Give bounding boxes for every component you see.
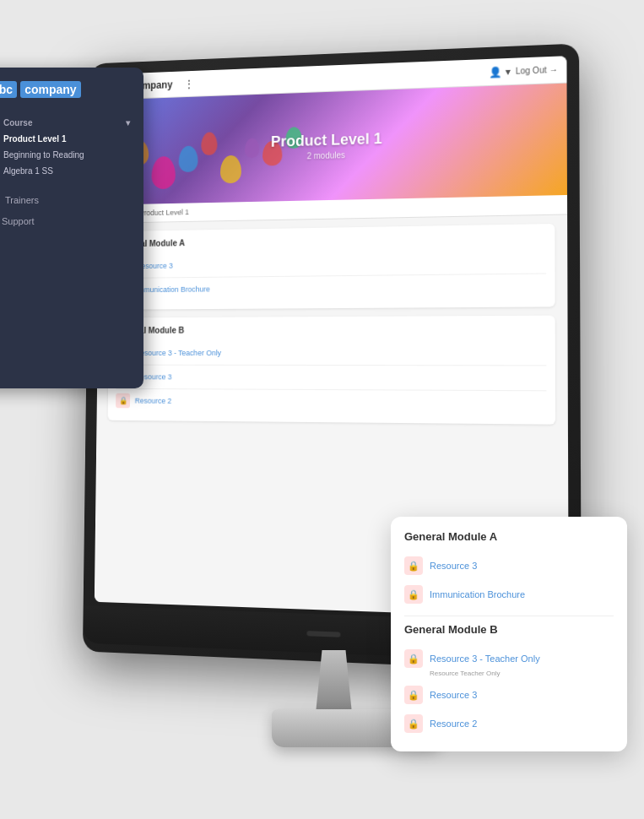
immunication-brochure-link[interactable]: Immunication Brochure	[136, 285, 210, 295]
sidebar-item-trainers[interactable]: 👤 Trainers	[0, 189, 130, 210]
popup-module-a-title: General Module A	[404, 530, 614, 543]
popup-resource-3-link[interactable]: Resource 3	[430, 561, 477, 571]
popup-card: General Module A 🔒 Resource 3 🔒 Immunica…	[391, 517, 627, 751]
popup-resource-teacher-link[interactable]: Resource 3 - Teacher Only	[430, 654, 540, 664]
sidebar-item-algebra[interactable]: Algebra 1 SS	[0, 163, 130, 179]
sidebar-course-header[interactable]: 🎓 Course ▾	[0, 115, 130, 131]
popup-resource-item: 🔒 Immunication Brochure	[404, 580, 614, 609]
scene: abccompany ⋮ 👤 ▾ Log Out →	[0, 0, 644, 819]
trainers-label: Trainers	[5, 195, 39, 205]
sidebar-logo-abc: abc	[0, 81, 17, 98]
popup-lock-icon: 🔒	[404, 649, 423, 668]
resource-3-teacher-link[interactable]: Resource 3 - Teacher Only	[135, 349, 221, 357]
popup-immunication-link[interactable]: Immunication Brochure	[430, 589, 525, 599]
module-b-title: General Module B	[116, 324, 546, 335]
sidebar-panel: abc company 🎓 Course ▾ Product Level 1 B…	[0, 68, 143, 388]
popup-resource-2-link[interactable]: Resource 2	[430, 719, 477, 729]
popup-lock-icon: 🔒	[404, 714, 423, 733]
module-a-title: General Module A	[117, 232, 546, 248]
lock-icon: 🔒	[116, 393, 130, 409]
popup-module-b-title: General Module B	[404, 623, 614, 636]
topbar-right: 👤 ▾ Log Out →	[490, 63, 559, 78]
module-b-section: General Module B 🔒 Resource 3 - Teacher …	[108, 316, 556, 425]
popup-lock-icon: 🔒	[404, 585, 423, 604]
hero-text: Product Level 1 2 modules	[271, 130, 382, 161]
sidebar-course-section: 🎓 Course ▾ Product Level 1 Beginning to …	[0, 115, 130, 179]
menu-dots-icon[interactable]: ⋮	[184, 77, 195, 90]
popup-divider	[404, 616, 614, 616]
resource-2-link[interactable]: Resource 2	[135, 397, 172, 405]
sidebar-item-beginning-reading[interactable]: Beginning to Reading	[0, 147, 130, 163]
hero-title: Product Level 1	[271, 130, 382, 151]
monitor-power-indicator	[306, 631, 340, 637]
chevron-down-icon: ▾	[126, 118, 130, 127]
sidebar-item-support[interactable]: ⚙ Support	[0, 210, 130, 231]
resource-teacher-only-label: Resource Teacher Only	[404, 670, 614, 677]
resource-item: 🔒 Resource 2	[116, 389, 546, 415]
module-a-section: General Module A 🔒 Resource 3 🔒 Immunica…	[109, 224, 555, 310]
popup-resource-item: 🔒 Resource 2	[404, 709, 614, 738]
popup-resource-item: 🔒 Resource 3	[404, 551, 614, 580]
breadcrumb-current: Product Level 1	[139, 208, 189, 217]
sidebar-course-label: Course	[3, 118, 32, 127]
resource-item: 🔒 Resource 3 - Teacher Only	[116, 341, 547, 366]
popup-resource-3b-link[interactable]: Resource 3	[430, 690, 477, 700]
sidebar-logo: abc company	[0, 81, 130, 98]
resource-item: 🔒 Resource 3	[116, 366, 546, 392]
sidebar-logo-company: company	[20, 81, 80, 98]
popup-module-a: General Module A 🔒 Resource 3 🔒 Immunica…	[404, 530, 614, 609]
resource-item: 🔒 Immunication Brochure	[117, 274, 547, 301]
support-label: Support	[2, 216, 35, 226]
sidebar-item-product-level-1[interactable]: Product Level 1	[0, 131, 130, 147]
hero-banner: Product Level 1 2 modules	[100, 84, 567, 205]
user-icon[interactable]: 👤 ▾	[490, 65, 511, 78]
sidebar-nav-items: Product Level 1 Beginning to Reading Alg…	[0, 131, 130, 179]
popup-lock-icon: 🔒	[404, 686, 423, 704]
popup-resource-item: 🔒 Resource 3 - Teacher Only	[404, 644, 614, 673]
popup-module-b: General Module B 🔒 Resource 3 - Teacher …	[404, 623, 614, 738]
popup-lock-icon: 🔒	[404, 556, 423, 575]
popup-resource-item: 🔒 Resource 3	[404, 681, 614, 709]
logout-button[interactable]: Log Out →	[516, 65, 558, 76]
